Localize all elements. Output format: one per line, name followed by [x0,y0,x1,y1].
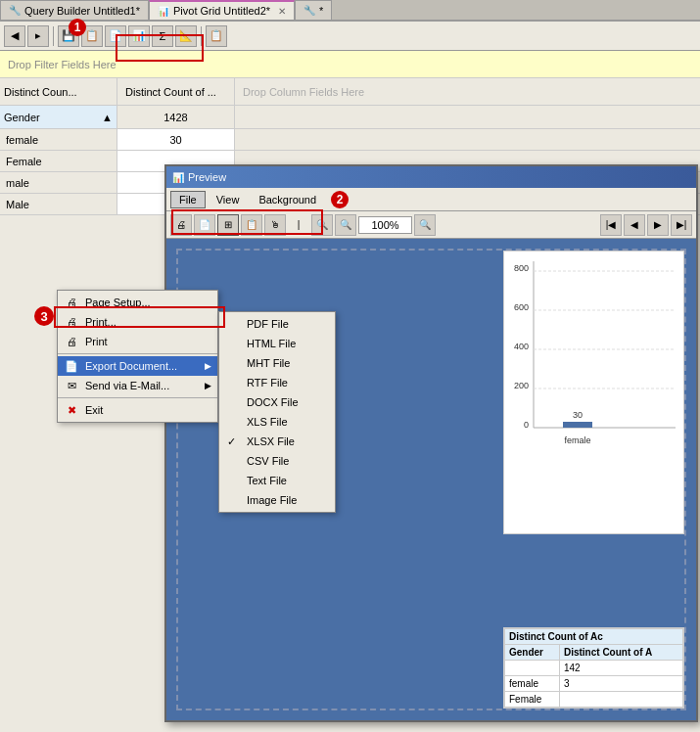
preview-toolbar: 🖨 📄 ⊞ 📋 🖱 | 🔍 🔍 🔍 |◀ ◀ ▶ ▶| [166,211,696,239]
zoom-input[interactable] [358,216,412,234]
preview-btn-next[interactable]: ▶ [647,214,669,236]
step-badge-3: 3 [34,306,54,326]
drop-col-hint[interactable]: Drop Column Fields Here [235,78,372,105]
toolbar-doc-btn[interactable]: 📄 [105,25,126,47]
gender-cell[interactable]: Gender ▲ [0,106,117,128]
toolbar-sum-btn[interactable]: Σ [152,25,173,47]
email-icon: ✉ [64,378,79,393]
submenu-csv[interactable]: CSV File [219,451,335,471]
print-dialog-icon: 🖨 [64,314,79,330]
col-field-value: Distinct Count of ... [117,78,235,105]
submenu-image[interactable]: Image File [219,490,335,510]
toolbar-save-btn[interactable]: 💾 1 [58,25,79,47]
tab-close-pivot[interactable]: ✕ [278,6,286,17]
total-value-cell: 1428 [117,106,235,128]
chart-area: 800 600 400 200 0 [503,251,684,534]
drop-filter-bar[interactable]: Drop Filter Fields Here [0,51,700,78]
col-field-text: Distinct Count of ... [125,86,216,98]
total-value: 1428 [163,112,187,123]
tab-bar: 🔧 Query Builder Untitled1* 📊 Pivot Grid … [0,0,700,22]
svg-text:0: 0 [524,420,529,430]
row-data-female-lower: 30 [117,129,235,150]
submenu-pdf[interactable]: PDF File [219,314,335,334]
tab-label-pivot: Pivot Grid Untitled2* [173,5,270,17]
ctx-print[interactable]: 🖨 Print [58,332,217,351]
toolbar-forward-btn[interactable]: ▸ [27,25,49,47]
preview-titlebar: 📊 Preview [166,166,696,188]
preview-btn-2[interactable]: 📄 [194,214,215,236]
preview-btn-prev[interactable]: ◀ [624,214,645,236]
ctx-exit[interactable]: ✖ Exit [58,400,217,420]
preview-menu-file[interactable]: File [170,191,206,208]
submenu-docx[interactable]: DOCX File [219,392,335,412]
ctx-page-setup[interactable]: 🖨 Page Setup... [58,293,217,312]
table-row-female-upper: Female [505,692,683,708]
tab-untitled3[interactable]: 🔧 * [295,0,332,20]
preview-menu-view[interactable]: View [208,191,249,208]
export-icon: 📄 [64,358,79,374]
data-table: Distinct Count of Ac Gender Distinct Cou… [503,627,684,709]
table-cell-count-female-upper [559,692,682,708]
table-row-total: 142 [505,661,683,676]
svg-text:30: 30 [573,410,583,420]
ctx-print-dialog[interactable]: 🖨 Print... [58,312,217,332]
step-badge-1: 1 [69,19,86,36]
tab-icon-untitled3: 🔧 [303,5,315,16]
preview-btn-zoom-out[interactable]: 🔍 [311,214,333,236]
preview-btn-4[interactable]: 🖱 [264,214,286,236]
preview-btn-first[interactable]: |◀ [600,214,622,236]
ctx-sep-2 [58,397,217,398]
preview-menu-background[interactable]: Background [250,191,325,208]
tab-pivot-grid[interactable]: 📊 Pivot Grid Untitled2* ✕ [149,0,295,20]
ctx-send-email[interactable]: ✉ Send via E-Mail... ▶ [58,376,217,395]
submenu-xls[interactable]: XLS File [219,412,335,432]
preview-btn-1[interactable]: 🖨 [170,214,192,236]
submenu-text[interactable]: Text File [219,471,335,490]
preview-btn-zoom-fit[interactable]: 🔍 [414,214,436,236]
preview-btn-zoom-in[interactable]: 🔍 [335,214,356,236]
context-menu: 🖨 Page Setup... 🖨 Print... 🖨 Print 📄 Exp… [57,290,218,423]
tab-query-builder[interactable]: 🔧 Query Builder Untitled1* [0,0,149,20]
tab-label-untitled3: * [319,5,323,17]
table-title-cell: Distinct Count of Ac [505,629,683,645]
toolbar-chart-btn[interactable]: 📊 [128,25,150,47]
submenu-html[interactable]: HTML File [219,334,335,353]
email-submenu-arrow: ▶ [205,381,211,390]
preview-btn-last[interactable]: ▶| [671,214,692,236]
col-fields-bar: Distinct Coun... Distinct Count of ... D… [0,78,700,106]
drop-col-label: Drop Column Fields Here [243,86,364,98]
ctx-sep-1 [58,353,217,354]
submenu-xlsx[interactable]: XLSX File [219,432,335,451]
total-row: Gender ▲ 1428 [0,106,700,129]
table-cell-female-lower: female [505,676,560,692]
preview-btn-grid[interactable]: ⊞ [217,214,239,236]
print-icon: 🖨 [64,334,79,349]
ctx-export-document[interactable]: 📄 Export Document... ▶ [58,356,217,376]
preview-menubar: File View Background 2 [166,188,696,211]
export-submenu: PDF File HTML File MHT File RTF File DOC… [218,311,336,513]
tab-label-query: Query Builder Untitled1* [24,5,140,17]
svg-text:600: 600 [514,302,529,312]
row-label-male-upper: Male [0,194,117,214]
sort-icon: ▲ [102,112,113,123]
preview-btn-3[interactable]: 📋 [241,214,262,236]
table-header-gender: Gender [505,645,560,661]
toolbar-back-btn[interactable]: ◀ [4,25,25,47]
table-cell-empty [505,661,560,676]
preview-title: Preview [188,171,226,183]
table-row-female-lower: female 3 [505,676,683,692]
row-label-female-upper: Female [0,151,117,171]
tab-icon-pivot: 📊 [158,6,169,17]
toolbar-extra-btn[interactable]: 📋 [206,25,227,47]
row-field-label: Distinct Coun... [4,86,77,98]
row-field-header: Distinct Coun... [0,78,117,105]
preview-btn-sep: | [288,214,309,236]
row-label-male-lower: male [0,172,117,193]
submenu-mht[interactable]: MHT File [219,353,335,373]
toolbar-measure-btn[interactable]: 📐 [175,25,197,47]
exit-icon: ✖ [64,402,79,418]
bar-chart: 800 600 400 200 0 [504,252,685,535]
submenu-rtf[interactable]: RTF File [219,373,335,392]
main-toolbar: ◀ ▸ 💾 1 📋 📄 📊 Σ 📐 📋 [0,22,700,51]
tab-icon-query: 🔧 [9,5,21,16]
